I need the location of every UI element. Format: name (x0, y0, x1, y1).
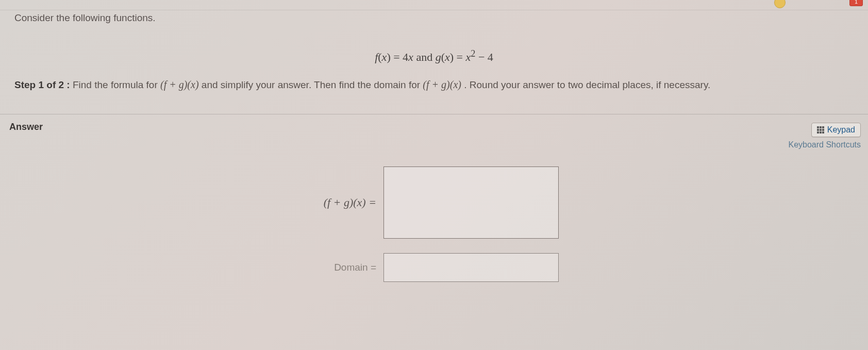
domain-input[interactable] (383, 253, 559, 282)
functions-definition: f(x) = 4x and g(x) = x2 − 4 (14, 48, 854, 64)
step-text-3: . Round your answer to two decimal place… (464, 79, 710, 90)
question-area: Consider the following functions. f(x) =… (0, 10, 868, 102)
coin-icon (774, 0, 786, 8)
formula-input[interactable] (383, 166, 559, 239)
notification-count: 1 (855, 0, 858, 5)
domain-label: Domain = (289, 262, 376, 273)
answer-heading: Answer (0, 114, 868, 137)
step-label: Step 1 of 2 : (14, 79, 70, 90)
notification-badge[interactable]: 1 (849, 0, 863, 6)
formula-label: (f + g)(x) = (289, 196, 376, 209)
inputs-area: (f + g)(x) = Domain = (0, 166, 868, 282)
formula-row: (f + g)(x) = (289, 166, 559, 239)
keyboard-shortcuts-link[interactable]: Keyboard Shortcuts (788, 140, 861, 149)
keypad-label: Keypad (827, 125, 855, 135)
step-math-1: (f + g)(x) (160, 79, 199, 90)
step-instruction: Step 1 of 2 : Find the formula for (f + … (14, 76, 854, 93)
keypad-icon (817, 126, 824, 134)
step-math-2: (f + g)(x) (423, 79, 461, 90)
domain-row: Domain = (289, 253, 559, 282)
keypad-button[interactable]: Keypad (811, 123, 861, 137)
top-bar: 1 (0, 0, 868, 10)
question-prompt: Consider the following functions. (14, 12, 854, 24)
step-text-1: Find the formula for (73, 79, 160, 90)
step-text-2: and simplify your answer. Then find the … (202, 79, 423, 90)
answer-tools: Keypad Keyboard Shortcuts (788, 123, 861, 149)
